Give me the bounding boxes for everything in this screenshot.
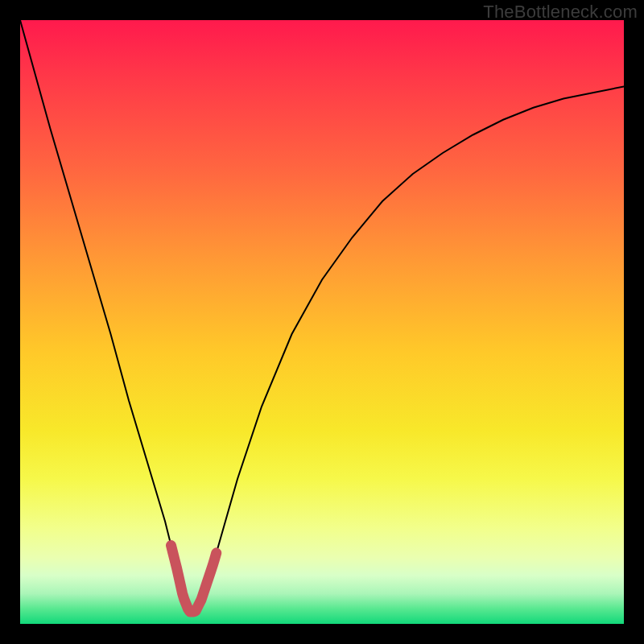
plot-area: [20, 20, 624, 624]
chart-container: TheBottleneck.com: [0, 0, 644, 644]
bottleneck-curve: [20, 20, 624, 612]
optimal-range-highlight: [171, 546, 217, 613]
watermark-text: TheBottleneck.com: [483, 2, 638, 23]
curve-layer: [20, 20, 624, 624]
